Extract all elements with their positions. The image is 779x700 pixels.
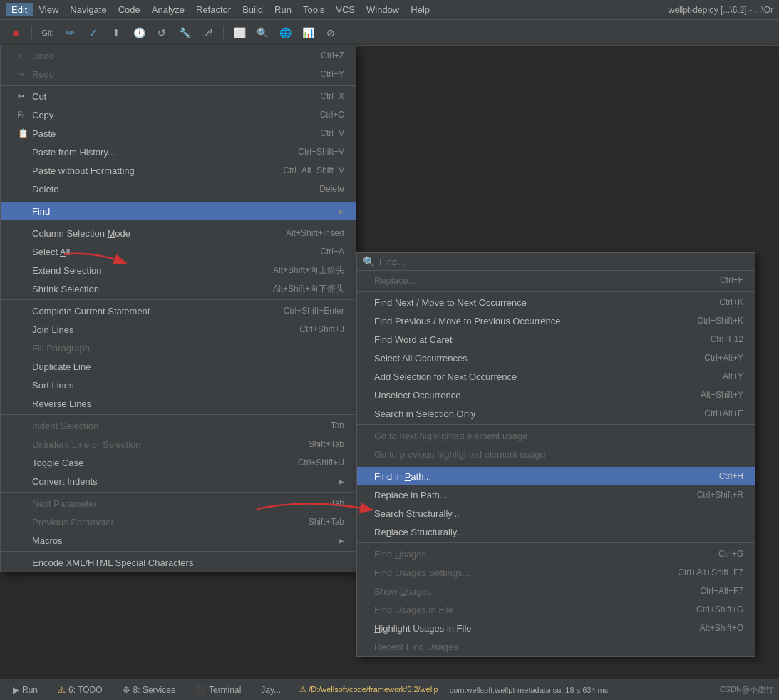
menubar-build[interactable]: Build bbox=[237, 3, 269, 16]
find-unselect-occurrence-label: Unselect Occurrence bbox=[374, 390, 701, 401]
menu-reverse-lines[interactable]: Reverse Lines bbox=[1, 394, 356, 413]
menu-indent-selection-label: Indent Selection bbox=[32, 421, 316, 431]
find-replace-in-path[interactable]: Replace in Path... Ctrl+Shift+R bbox=[357, 485, 755, 504]
menu-next-param[interactable]: Next Parameter Tab bbox=[1, 494, 356, 513]
stop-btn[interactable]: ■ bbox=[6, 23, 26, 43]
menubar-tools[interactable]: Tools bbox=[297, 3, 330, 16]
menu-macros[interactable]: Macros ▶ bbox=[1, 531, 356, 550]
menu-delete-label: Delete bbox=[32, 184, 305, 195]
menubar-analyze[interactable]: Analyze bbox=[146, 3, 190, 16]
menu-complete-statement-label: Complete Current Statement bbox=[32, 306, 269, 316]
git-check-btn[interactable]: ✓ bbox=[83, 23, 103, 43]
find-usages-in-file[interactable]: Find Usages in File Ctrl+Shift+G bbox=[357, 600, 755, 619]
find-recent-usages[interactable]: Recent Find Usages bbox=[357, 637, 755, 656]
menu-convert-indents[interactable]: Convert Indents ▶ bbox=[1, 472, 356, 490]
find-usages-settings[interactable]: Find Usages Settings... Ctrl+Alt+Shift+F… bbox=[357, 563, 755, 582]
globe-btn[interactable]: 🌐 bbox=[275, 23, 295, 43]
build-btn[interactable]: ⬜ bbox=[229, 23, 249, 43]
sep-4 bbox=[1, 299, 356, 300]
find-word-at-caret[interactable]: Find Word at Caret Ctrl+F12 bbox=[357, 330, 755, 349]
search-btn[interactable]: 🔍 bbox=[252, 23, 272, 43]
menubar-help[interactable]: Help bbox=[405, 3, 435, 16]
menu-find-label: Find bbox=[32, 206, 333, 217]
menubar-window[interactable]: Window bbox=[361, 3, 405, 16]
menu-paste-label: Paste bbox=[32, 128, 306, 139]
menu-copy[interactable]: ⎘ Copy Ctrl+C bbox=[1, 105, 356, 124]
find-highlight-usages-shortcut: Alt+Shift+O bbox=[700, 623, 743, 633]
menu-cut[interactable]: ✂ Cut Ctrl+X bbox=[1, 87, 356, 105]
find-goto-next-highlighted[interactable]: Go to next highlighted element usage bbox=[357, 426, 755, 445]
statusbar-todo-tab[interactable]: ⚠ 6: TODO bbox=[51, 684, 110, 696]
cancel-btn[interactable]: ⊘ bbox=[321, 23, 341, 43]
menubar-vcs[interactable]: VCS bbox=[330, 3, 361, 16]
chart-btn[interactable]: 📊 bbox=[298, 23, 318, 43]
menu-prev-param-label: Previous Parameter bbox=[32, 517, 294, 527]
git-branch-btn[interactable]: ⎇ bbox=[197, 23, 217, 43]
menubar-edit[interactable]: Edit bbox=[6, 3, 33, 16]
find-add-next-occurrence[interactable]: Add Selection for Next Occurrence Alt+Y bbox=[357, 367, 755, 386]
statusbar-services-tab[interactable]: ⚙ 8: Services bbox=[115, 684, 182, 696]
find-in-path-shortcut: Ctrl+H bbox=[719, 471, 743, 481]
menu-paste-no-format[interactable]: Paste without Formatting Ctrl+Alt+Shift+… bbox=[1, 161, 356, 180]
find-goto-prev-highlighted[interactable]: Go to previous highlighted element usage bbox=[357, 445, 755, 463]
menu-find[interactable]: Find ▶ bbox=[1, 202, 356, 220]
find-replace-structurally[interactable]: Replace Structurally... bbox=[357, 523, 755, 541]
git-history-btn[interactable]: 🕐 bbox=[129, 23, 149, 43]
menubar-code[interactable]: Code bbox=[113, 3, 146, 16]
menu-extend-selection[interactable]: Extend Selection Alt+Shift+向上箭头 bbox=[1, 261, 356, 279]
find-unselect-occurrence-shortcut: Alt+Shift+Y bbox=[701, 390, 743, 400]
menu-toggle-case[interactable]: Toggle Case Ctrl+Shift+U bbox=[1, 453, 356, 472]
menu-encode-xml[interactable]: Encode XML/HTML Special Characters bbox=[1, 553, 356, 572]
menubar-refactor[interactable]: Refactor bbox=[190, 3, 237, 16]
find-prev-occurrence[interactable]: Find Previous / Move to Previous Occurre… bbox=[357, 312, 755, 330]
find-search-selection[interactable]: Search in Selection Only Ctrl+Alt+E bbox=[357, 404, 755, 423]
menu-undo[interactable]: ↩ Undo Ctrl+Z bbox=[1, 46, 356, 65]
find-usages-settings-label: Find Usages Settings... bbox=[374, 567, 678, 578]
find-in-path[interactable]: Find in Path... Ctrl+H bbox=[357, 467, 755, 485]
menu-indent-selection-shortcut: Tab bbox=[331, 421, 344, 431]
find-add-next-occurrence-label: Add Selection for Next Occurrence bbox=[374, 371, 723, 382]
menu-shrink-selection[interactable]: Shrink Selection Alt+Shift+向下箭头 bbox=[1, 279, 356, 298]
menu-paste[interactable]: 📋 Paste Ctrl+V bbox=[1, 124, 356, 143]
find-replace-label: Replace... bbox=[374, 275, 720, 286]
find-usages[interactable]: Find Usages Ctrl+G bbox=[357, 545, 755, 563]
find-submenu: 🔍 Replace... Ctrl+F Find Next / Move to … bbox=[356, 252, 755, 657]
menu-complete-statement[interactable]: Complete Current Statement Ctrl+Shift+En… bbox=[1, 302, 356, 320]
statusbar-run-tab[interactable]: ▶ Run bbox=[6, 684, 45, 696]
git-push-btn[interactable]: ⬆ bbox=[106, 23, 126, 43]
git-rollback-btn[interactable]: ↺ bbox=[152, 23, 172, 43]
find-show-usages-shortcut: Ctrl+Alt+F7 bbox=[700, 586, 743, 596]
menu-shrink-selection-shortcut: Alt+Shift+向下箭头 bbox=[273, 283, 344, 295]
find-usages-in-file-shortcut: Ctrl+Shift+G bbox=[696, 604, 743, 614]
find-next-occurrence[interactable]: Find Next / Move to Next Occurrence Ctrl… bbox=[357, 293, 755, 312]
menu-prev-param[interactable]: Previous Parameter Shift+Tab bbox=[1, 513, 356, 531]
git-settings-btn[interactable]: 🔧 bbox=[175, 23, 195, 43]
menu-unindent[interactable]: Unindent Line or Selection Shift+Tab bbox=[1, 435, 356, 453]
app-title: wellpt-deploy [...\6.2] - ...\Or bbox=[669, 5, 773, 15]
menu-select-all[interactable]: Select All Ctrl+A bbox=[1, 242, 356, 261]
menubar-navigate[interactable]: Navigate bbox=[64, 3, 112, 16]
find-highlight-usages[interactable]: Highlight Usages in File Alt+Shift+O bbox=[357, 619, 755, 637]
menu-column-selection[interactable]: Column Selection Mode Alt+Shift+Insert bbox=[1, 224, 356, 242]
find-search-structurally[interactable]: Search Structurally... bbox=[357, 504, 755, 523]
find-search-input[interactable] bbox=[379, 257, 749, 267]
menu-duplicate-line[interactable]: Duplicate Line bbox=[1, 357, 356, 376]
menu-fill-paragraph[interactable]: Fill Paragraph bbox=[1, 339, 356, 357]
menubar-view[interactable]: View bbox=[33, 3, 64, 16]
statusbar-terminal-tab[interactable]: ⬛ Terminal bbox=[188, 684, 248, 696]
menu-indent-selection[interactable]: Indent Selection Tab bbox=[1, 416, 356, 435]
menu-join-lines[interactable]: Join Lines Ctrl+Shift+J bbox=[1, 320, 356, 339]
find-unselect-occurrence[interactable]: Unselect Occurrence Alt+Shift+Y bbox=[357, 386, 755, 404]
find-show-usages[interactable]: Show Usages Ctrl+Alt+F7 bbox=[357, 582, 755, 600]
git-commit-btn[interactable]: ✏ bbox=[61, 23, 81, 43]
find-replace[interactable]: Replace... Ctrl+F bbox=[357, 271, 755, 289]
statusbar-java-tab[interactable]: Jay... bbox=[254, 684, 288, 696]
find-select-all-occurrences[interactable]: Select All Occurrences Ctrl+Alt+Y bbox=[357, 349, 755, 367]
menubar-run[interactable]: Run bbox=[269, 3, 297, 16]
menu-delete[interactable]: Delete Delete bbox=[1, 180, 356, 198]
menu-redo[interactable]: ↪ Redo Ctrl+Y bbox=[1, 65, 356, 83]
menu-sort-lines[interactable]: Sort Lines bbox=[1, 376, 356, 394]
menu-paste-no-format-label: Paste without Formatting bbox=[32, 165, 269, 176]
terminal-tab-label: Terminal bbox=[209, 685, 241, 695]
menu-paste-history[interactable]: Paste from History... Ctrl+Shift+V bbox=[1, 143, 356, 161]
